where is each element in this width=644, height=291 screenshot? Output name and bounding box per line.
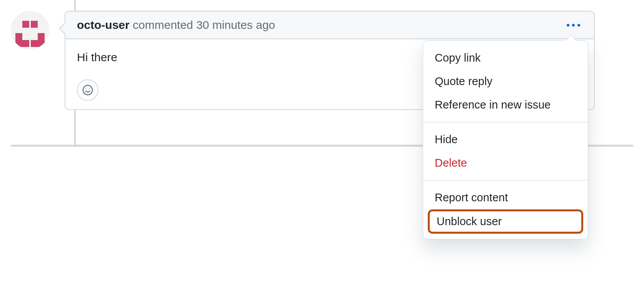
- comment-timestamp[interactable]: 30 minutes ago: [196, 18, 275, 31]
- dropdown-divider: [423, 180, 588, 181]
- svg-point-0: [83, 85, 92, 95]
- dropdown-divider: [423, 122, 588, 122]
- comment-caret: [59, 22, 65, 35]
- svg-point-1: [85, 89, 86, 89]
- avatar-identicon: [11, 11, 49, 49]
- menu-item-report-content[interactable]: Report content: [423, 186, 588, 209]
- smiley-icon: [82, 84, 93, 96]
- unblock-highlight: Unblock user: [428, 209, 583, 234]
- svg-point-2: [89, 89, 90, 89]
- comment-header: octo-user commented 30 minutes ago: [65, 12, 594, 39]
- kebab-dot-icon: [567, 24, 569, 27]
- avatar[interactable]: [11, 11, 49, 49]
- kebab-dot-icon: [577, 24, 580, 27]
- add-reaction-button[interactable]: [77, 79, 98, 101]
- menu-item-unblock-user[interactable]: Unblock user: [437, 215, 574, 228]
- menu-item-copy-link[interactable]: Copy link: [423, 46, 588, 70]
- menu-item-delete[interactable]: Delete: [423, 151, 588, 175]
- menu-item-reference-issue[interactable]: Reference in new issue: [423, 93, 588, 117]
- comment-header-text: octo-user commented 30 minutes ago: [77, 18, 275, 32]
- kebab-dot-icon: [572, 24, 575, 27]
- comment-actions-dropdown: Copy link Quote reply Reference in new i…: [423, 40, 588, 239]
- kebab-menu-button[interactable]: [564, 22, 582, 29]
- menu-item-hide[interactable]: Hide: [423, 128, 588, 151]
- comment-author[interactable]: octo-user: [77, 18, 130, 31]
- menu-item-quote-reply[interactable]: Quote reply: [423, 70, 588, 93]
- comment-action-text: commented: [133, 18, 193, 31]
